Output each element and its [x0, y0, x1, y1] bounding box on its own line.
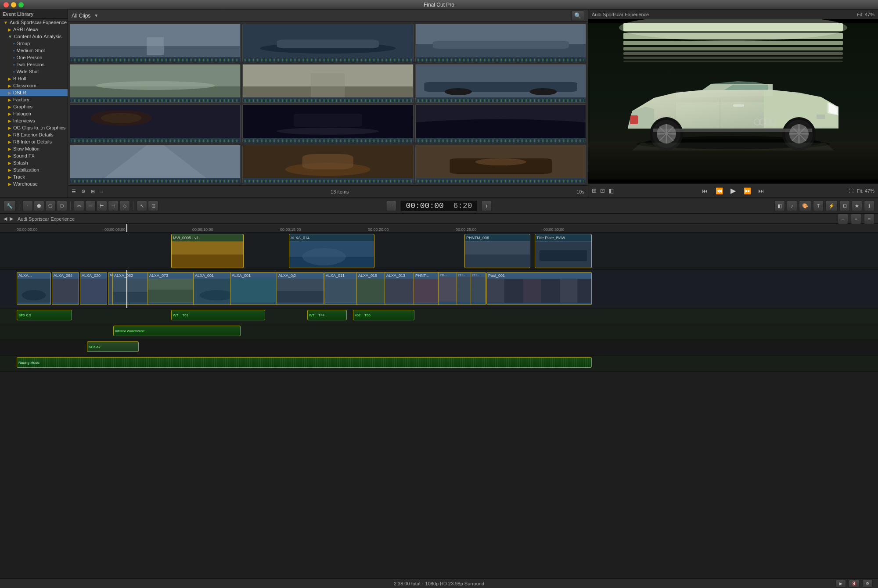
select-tool-button[interactable]: ↖ [137, 201, 147, 211]
clip-overwrite-button[interactable]: ⬡ [57, 201, 67, 211]
show-audio-meters-button[interactable]: ♪ [787, 201, 797, 211]
sidebar-item-track[interactable]: ▶ Track [0, 173, 68, 180]
sidebar-item-halogen[interactable]: ▶ Halogen [0, 110, 68, 117]
zoom-out-button[interactable]: − [386, 201, 396, 211]
sidebar-item-medium-shot[interactable]: ▪ Medium Shot [0, 47, 68, 54]
clip-thumbnail[interactable] [415, 145, 586, 183]
minimize-button[interactable] [11, 2, 16, 7]
sidebar-item-classroom[interactable]: ▶ Classroom [0, 82, 68, 89]
sidebar-item-b-roll[interactable]: ▶ B Roll [0, 75, 68, 82]
range-select-button[interactable]: ⊡ [148, 201, 158, 211]
fullscreen-button[interactable]: ⛶ [849, 188, 853, 194]
timeline-zoom-out[interactable]: − [838, 214, 848, 224]
sidebar-item-one-person[interactable]: ▪ One Person [0, 54, 68, 61]
clip-connect-button[interactable]: ⬝ [22, 201, 33, 211]
transform-button[interactable]: ⊡ [600, 187, 605, 194]
clip-thumbnail[interactable] [242, 64, 413, 103]
sidebar-item-two-persons[interactable]: ▪ Two Persons [0, 61, 68, 68]
clip-mvi0005[interactable]: MVI_0005 - v1 [171, 234, 244, 268]
clip-alxa001b[interactable]: ALXA_001 [230, 272, 277, 305]
sidebar-item-audi-sportscar[interactable]: ▼ Audi Sportscar Experience [0, 19, 68, 26]
clip-alxa011[interactable]: ALXA_011 [324, 272, 359, 305]
clip-alxa020[interactable]: ALXA_020 [80, 272, 107, 305]
sidebar-item-interviews[interactable]: ▶ Interviews [0, 117, 68, 124]
clips-view-options[interactable]: ≡ [100, 189, 103, 194]
status-mute-btn[interactable]: 🔇 [849, 580, 860, 588]
video-quality-button[interactable]: ◧ [608, 187, 614, 194]
clip-racing-music[interactable]: Racing Music [17, 357, 592, 368]
generator-button[interactable]: ⚡ [825, 201, 838, 211]
clip-ph-c[interactable]: PH... [457, 272, 472, 305]
forward-button[interactable]: ▶ [10, 216, 13, 222]
zoom-in-button[interactable]: + [482, 201, 492, 211]
sidebar-item-content-auto[interactable]: ▼ Content Auto-Analysis [0, 33, 68, 40]
sidebar-item-factory[interactable]: ▶ Factory [0, 96, 68, 103]
back-button[interactable]: ◀ [4, 216, 7, 222]
clip-ph-d[interactable]: PH... [471, 272, 486, 305]
clips-view-grid[interactable]: ⊞ [91, 189, 95, 194]
clip-sfx09[interactable]: SFX 0.9 [17, 310, 72, 320]
timeline-zoom-in[interactable]: + [851, 214, 861, 224]
clip-alxa015[interactable]: ALXA_015 [356, 272, 389, 305]
clip-alxa0j2[interactable]: ALXA_0j2 [277, 272, 324, 305]
clip-alxa073[interactable]: ALXA_073 [148, 272, 195, 305]
clip-append-button[interactable]: ⬠ [45, 201, 56, 211]
sidebar-item-graphics[interactable]: ▶ Graphics [0, 103, 68, 110]
position-button[interactable]: ◇ [119, 201, 130, 211]
sidebar-item-sound-fx[interactable]: ▶ Sound FX [0, 152, 68, 159]
text-button[interactable]: T [813, 201, 824, 211]
clip-wt-t44[interactable]: WT__T44 [307, 310, 347, 320]
clip-appearance-button[interactable]: ⊞ [592, 187, 597, 194]
sidebar-item-splash[interactable]: ▶ Splash [0, 159, 68, 166]
clip-ph-b[interactable]: PH... [438, 272, 458, 305]
sidebar-item-slow-motion[interactable]: ▶ Slow Motion [0, 145, 68, 152]
clip-thumbnail[interactable] [415, 104, 586, 143]
clip-thumbnail[interactable] [242, 24, 413, 62]
clip-phntm-a[interactable]: PHNT... [414, 272, 441, 305]
step-forward-button[interactable]: ⏩ [743, 186, 752, 195]
status-settings-btn[interactable]: ⚙ [862, 580, 873, 588]
clip-thumbnail[interactable] [70, 104, 241, 143]
clip-thumbnail[interactable] [242, 104, 413, 143]
clip-thumbnail[interactable] [70, 145, 241, 183]
trim-mode-button[interactable]: ⊣ [108, 201, 119, 211]
clip-thumbnail[interactable] [415, 24, 586, 62]
skip-to-end-button[interactable]: ⏭ [757, 186, 766, 195]
clip-sfxa7[interactable]: SFX A7 [87, 341, 139, 352]
clip-wt-t01[interactable]: WT__T01 [171, 310, 265, 320]
clip-thumbnail[interactable] [70, 24, 241, 62]
close-button[interactable] [4, 2, 9, 7]
tools-button[interactable]: 🔧 [4, 201, 16, 211]
clip-alxa-a[interactable]: ALXA... [17, 272, 51, 305]
clip-thumbnail[interactable] [242, 145, 413, 183]
clip-interior-wh[interactable]: Interior Warehouse [113, 326, 241, 336]
timeline-content[interactable]: MVI_0005 - v1 ALXA_014 [0, 233, 878, 578]
clip-paul001[interactable]: Paul_001 [486, 272, 592, 305]
clip-t06[interactable]: 402__T06 [353, 310, 414, 320]
clip-alxa014[interactable]: ALXA_014 [289, 234, 374, 268]
effects-button[interactable]: ★ [852, 201, 862, 211]
sidebar-item-warehouse[interactable]: ▶ Warehouse [0, 180, 68, 187]
sidebar-item-r8-exterior[interactable]: ▶ R8 Exterior Details [0, 131, 68, 138]
sidebar-item-stabilization[interactable]: ▶ Stabilization [0, 166, 68, 173]
show-video-scopes-button[interactable]: ◧ [774, 201, 785, 211]
clip-thumbnail[interactable] [70, 64, 241, 103]
play-button[interactable]: ▶ [729, 186, 738, 195]
status-playback-btn[interactable]: ▶ [835, 580, 846, 588]
timeline-appearance[interactable]: ≡ [864, 214, 874, 224]
clip-alxa013[interactable]: ALXA_013 [385, 272, 417, 305]
clips-view-list[interactable]: ☰ [72, 189, 76, 194]
clip-titleplate[interactable]: Title Plate_RAW [535, 234, 592, 268]
blade-all-button[interactable]: ≡ [85, 201, 96, 211]
sidebar-item-group[interactable]: ▪ Group [0, 40, 68, 47]
clip-alxa064[interactable]: ALXA_064 [52, 272, 79, 305]
skip-to-start-button[interactable]: ⏮ [701, 186, 709, 195]
clips-view-settings[interactable]: ⚙ [81, 189, 86, 194]
clip-insert-button[interactable]: ⬟ [34, 201, 44, 211]
inspector-button[interactable]: ℹ [864, 201, 874, 211]
sidebar-item-wide-shot[interactable]: ▪ Wide Shot [0, 68, 68, 75]
color-button[interactable]: 🎨 [799, 201, 811, 211]
preview-viewer[interactable] [588, 19, 878, 183]
transition-button[interactable]: ⊡ [839, 201, 850, 211]
clip-thumbnail[interactable] [415, 64, 586, 103]
